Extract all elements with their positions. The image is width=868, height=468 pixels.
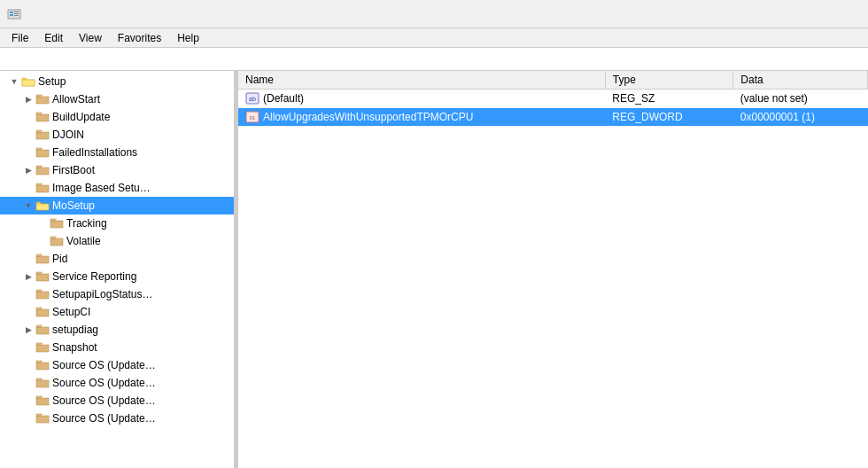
type-cell-0: REG_SZ (605, 90, 732, 108)
folder-icon-mosetup (35, 199, 50, 213)
svg-rect-4 (14, 13, 19, 14)
detail-table: Name Type Data ab (Default)REG_SZ(value … (238, 71, 868, 127)
col-header-name: Name (238, 71, 605, 90)
expand-arrow-djoin[interactable] (21, 128, 35, 142)
tree-label-tracking: Tracking (66, 217, 107, 230)
tree-item-setupci[interactable]: SetupCI (0, 303, 234, 321)
tree-item-tracking[interactable]: Tracking (0, 214, 234, 232)
tree-label-sourceos1: Source OS (Update… (52, 359, 156, 371)
tree-item-buildupdate[interactable]: BuildUpdate (0, 108, 234, 126)
tree-label-pid: Pid (52, 253, 67, 265)
expand-arrow-servicereporting[interactable] (21, 269, 35, 284)
maximize-button[interactable] (779, 0, 820, 28)
tree-item-snapshot[interactable]: Snapshot (0, 339, 234, 356)
type-cell-1: REG_DWORD (605, 108, 732, 127)
folder-icon-failedinstallations (35, 145, 50, 160)
folder-icon-sourceos2 (35, 376, 50, 390)
menu-item-file[interactable]: File (4, 29, 36, 47)
tree-label-snapshot: Snapshot (52, 341, 97, 354)
tree-panel[interactable]: Setup AllowStart BuildUpdate DJOIN Faile… (0, 71, 235, 468)
folder-icon-volatile (50, 234, 64, 248)
name-cell-1: 01 AllowUpgradesWithUnsupportedTPMOrCPU (238, 108, 605, 127)
entry-name-1: AllowUpgradesWithUnsupportedTPMOrCPU (263, 111, 473, 123)
expand-arrow-firstboot[interactable] (21, 163, 35, 177)
expand-arrow-allowstart[interactable] (21, 92, 35, 106)
menu-item-help[interactable]: Help (169, 29, 207, 47)
table-header-row: Name Type Data (238, 71, 868, 90)
tree-item-firstboot[interactable]: FirstBoot (0, 161, 234, 179)
tree-label-firstboot: FirstBoot (52, 164, 95, 176)
folder-icon-sourceos4 (35, 411, 50, 425)
expand-arrow-imagebasedsetup[interactable] (21, 181, 35, 195)
folder-icon-snapshot (35, 340, 50, 355)
folder-icon-servicereporting (35, 269, 50, 284)
tree-item-allowstart[interactable]: AllowStart (0, 90, 234, 108)
expand-arrow-pid[interactable] (21, 252, 35, 266)
expand-arrow-failedinstallations[interactable] (21, 145, 35, 160)
tree-item-djoin[interactable]: DJOIN (0, 126, 234, 144)
tree-item-setupdiag[interactable]: setupdiag (0, 321, 234, 339)
tree-label-setup: Setup (38, 75, 66, 88)
expand-arrow-snapshot[interactable] (21, 340, 35, 355)
tree-item-imagebasedsetup[interactable]: Image Based Setu… (0, 179, 234, 197)
tree-item-sourceos3[interactable]: Source OS (Update… (0, 392, 234, 410)
tree-label-setupci: SetupCI (52, 306, 90, 318)
expand-arrow-setupapilogstatus[interactable] (21, 287, 35, 301)
minimize-button[interactable] (739, 0, 779, 28)
expand-arrow-setupci[interactable] (21, 305, 35, 319)
data-cell-0: (value not set) (733, 90, 868, 108)
menu-item-view[interactable]: View (71, 29, 110, 47)
tree-label-failedinstallations: FailedInstallations (52, 146, 137, 159)
table-row[interactable]: ab (Default)REG_SZ(value not set) (238, 90, 868, 108)
entry-name-0: (Default) (263, 92, 304, 105)
tree-item-setup[interactable]: Setup (0, 73, 234, 90)
expand-arrow-sourceos1[interactable] (21, 358, 35, 372)
expand-arrow-buildupdate[interactable] (21, 110, 35, 124)
folder-icon-firstboot (35, 163, 50, 177)
tree-label-sourceos3: Source OS (Update… (52, 394, 156, 407)
close-button[interactable] (820, 0, 861, 28)
title-bar-controls (739, 0, 861, 28)
expand-arrow-sourceos4[interactable] (21, 411, 35, 425)
tree-item-pid[interactable]: Pid (0, 250, 234, 268)
tree-item-sourceos1[interactable]: Source OS (Update… (0, 356, 234, 374)
tree-label-imagebasedsetup: Image Based Setu… (52, 182, 151, 194)
expand-arrow-volatile[interactable] (35, 234, 50, 248)
tree-label-sourceos2: Source OS (Update… (52, 377, 156, 389)
tree-item-failedinstallations[interactable]: FailedInstallations (0, 144, 234, 161)
svg-rect-3 (14, 12, 19, 12)
tree-item-sourceos2[interactable]: Source OS (Update… (0, 374, 234, 392)
tree-item-mosetup[interactable]: MoSetup (0, 197, 234, 214)
tree-label-servicereporting: Service Reporting (52, 270, 136, 283)
svg-text:ab: ab (249, 96, 256, 102)
folder-icon-setup (21, 74, 35, 89)
expand-arrow-sourceos3[interactable] (21, 394, 35, 408)
dword-icon: 01 (245, 110, 260, 124)
tree-label-allowstart: AllowStart (52, 93, 100, 105)
tree-item-sourceos4[interactable]: Source OS (Update… (0, 410, 234, 427)
expand-arrow-sourceos2[interactable] (21, 376, 35, 390)
expand-arrow-setupdiag[interactable] (21, 323, 35, 337)
folder-icon-allowstart (35, 92, 50, 106)
expand-arrow-setup[interactable] (7, 74, 21, 89)
tree-item-setupapilogstatus[interactable]: SetupapiLogStatus… (0, 285, 234, 303)
expand-arrow-mosetup[interactable] (21, 199, 35, 213)
menu-item-favorites[interactable]: Favorites (110, 29, 169, 47)
tree-item-servicereporting[interactable]: Service Reporting (0, 268, 234, 285)
menu-bar: FileEditViewFavoritesHelp (0, 28, 868, 48)
default-value-icon: ab (245, 91, 260, 105)
folder-icon-setupdiag (35, 323, 50, 337)
folder-icon-djoin (35, 128, 50, 142)
svg-rect-2 (10, 14, 13, 16)
tree-item-volatile[interactable]: Volatile (0, 232, 234, 250)
tree-label-sourceos4: Source OS (Update… (52, 412, 156, 425)
svg-rect-1 (10, 12, 13, 13)
table-row[interactable]: 01 AllowUpgradesWithUnsupportedTPMOrCPUR… (238, 108, 868, 127)
tree-label-buildupdate: BuildUpdate (52, 111, 110, 123)
expand-arrow-tracking[interactable] (35, 216, 50, 230)
col-header-data: Data (733, 71, 868, 90)
tree-label-volatile: Volatile (66, 235, 101, 247)
app-icon (7, 7, 21, 21)
folder-icon-buildupdate (35, 110, 50, 124)
menu-item-edit[interactable]: Edit (36, 29, 71, 47)
